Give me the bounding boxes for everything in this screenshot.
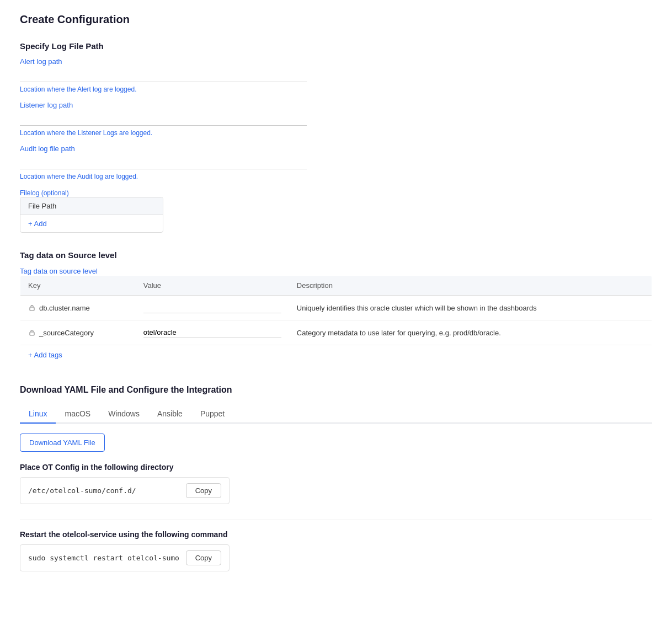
tag-data-title: Tag data on Source level [20,250,652,260]
place-config-value: /etc/otelcol-sumo/conf.d/ [28,486,186,495]
listener-log-input[interactable] [20,113,307,126]
log-file-path-section: Specify Log File Path Alert log path Loc… [20,41,652,233]
alert-log-label: Alert log path [20,57,652,66]
lock-icon-1 [28,304,36,312]
tag-key-1: db.cluster.name [28,304,128,312]
tag-key-2: _sourceCategory [28,329,128,337]
tab-windows[interactable]: Windows [99,405,148,424]
tag-value-input-1[interactable] [143,302,281,313]
os-tabs: Linux macOS Windows Ansible Puppet [20,405,652,424]
audit-log-hint: Location where the Audit log are logged. [20,173,652,180]
listener-log-label: Listener log path [20,101,652,109]
tags-table: Key Value Description db.cluster.name [20,275,652,365]
tag-value-input-2[interactable] [143,327,281,338]
download-section: Download YAML File and Configure the Int… [20,385,652,571]
tag-data-section: Tag data on Source level Tag data on sou… [20,250,652,365]
tab-ansible[interactable]: Ansible [148,405,191,424]
filelog-label: Filelog (optional) [20,189,69,197]
tab-linux[interactable]: Linux [20,405,56,424]
listener-log-hint: Location where the Listener Logs are log… [20,129,652,137]
log-file-path-title: Specify Log File Path [20,41,652,51]
place-config-block: /etc/otelcol-sumo/conf.d/ Copy [20,477,230,504]
svg-rect-0 [30,307,34,311]
add-tags-button[interactable]: + Add tags [28,351,62,359]
table-row: _sourceCategory Category metadata to use… [20,320,652,345]
restart-block: sudo systemctl restart otelcol-sumo Copy [20,544,230,571]
place-config-copy-button[interactable]: Copy [186,483,221,498]
add-tags-row: + Add tags [20,345,652,365]
col-description: Description [289,276,652,296]
svg-rect-1 [30,332,34,335]
audit-log-input[interactable] [20,156,307,169]
filelog-add-button[interactable]: + Add [20,215,163,232]
col-value: Value [136,276,289,296]
page-title: Create Configuration [20,13,652,26]
tag-description-2: Category metadata to use later for query… [289,320,652,345]
restart-label: Restart the otelcol-service using the fo… [20,530,652,539]
restart-copy-button[interactable]: Copy [186,550,221,565]
lock-icon-2 [28,329,36,336]
filelog-col-header: File Path [20,197,163,215]
alert-log-input[interactable] [20,69,307,82]
tag-description-1: Uniquely identifies this oracle cluster … [289,296,652,320]
filelog-table: File Path + Add [20,197,163,233]
download-yaml-button[interactable]: Download YAML File [20,434,105,452]
audit-log-label: Audit log file path [20,145,652,153]
restart-value: sudo systemctl restart otelcol-sumo [28,554,186,562]
col-key: Key [20,276,136,296]
section-divider [20,520,652,520]
tag-data-label: Tag data on source level [20,267,98,275]
place-config-label: Place OT Config in the following directo… [20,463,652,472]
tab-puppet[interactable]: Puppet [191,405,233,424]
alert-log-hint: Location where the Alert log are logged. [20,85,652,93]
download-title: Download YAML File and Configure the Int… [20,385,652,395]
table-row: db.cluster.name Uniquely identifies this… [20,296,652,320]
tab-macos[interactable]: macOS [56,405,99,424]
